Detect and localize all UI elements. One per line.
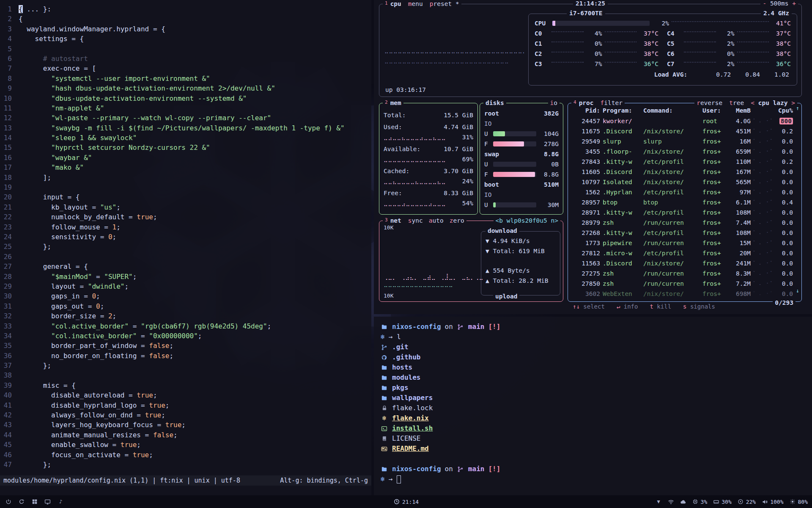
io-tab-label[interactable]: io — [550, 99, 557, 107]
interface-name[interactable]: <b wlp0s20f0u5 n> — [496, 217, 558, 224]
scroll-up-icon[interactable]: ↑ — [796, 105, 799, 111]
ram-stat[interactable]: 30% — [713, 499, 731, 505]
cpu-stat[interactable]: 3% — [692, 499, 708, 505]
proc-column-header[interactable]: Program: — [603, 107, 643, 114]
process-row[interactable]: 11675.Discord/nix/store/fros+451M⠈⠀⠄⠀⠂⠁0… — [568, 126, 801, 136]
code-line[interactable]: 24 sensitivity = 0; — [0, 232, 371, 242]
code-line[interactable]: 19 — [0, 182, 371, 192]
code-line[interactable]: 20 input = { — [0, 192, 371, 202]
code-line[interactable]: 46 focus_on_activate = true; — [0, 450, 371, 460]
code-line[interactable]: 43 layers_hog_keyboard_focus = true; — [0, 420, 371, 430]
code-line[interactable]: 37 }; — [0, 361, 371, 370]
code-line[interactable]: 31 gaps_out = 0; — [0, 301, 371, 311]
process-row[interactable]: 3602WebExten/nix/store/fros+698M⠈⠀⠄⠀⠂⠁0.… — [568, 289, 801, 299]
process-row[interactable]: 27843.kitty-w/etc/profilfros+110M⠈⠀⠄⠀⠂⠁0… — [568, 157, 801, 167]
code-line[interactable]: 21 kb_layout = "us"; — [0, 202, 371, 212]
process-row[interactable]: 1562.Hyprlan/etc/profilfros+97M⠈⠀⠄⠀⠂⠁0.0 — [568, 187, 801, 197]
code-line[interactable]: 6 # autostart — [0, 54, 371, 64]
shell-command-line[interactable]: ❄→l — [381, 332, 812, 342]
code-line[interactable]: 27 general = { — [0, 262, 371, 271]
code-line[interactable]: 11 "nm-applet &" — [0, 103, 371, 113]
code-line[interactable]: 14 "sleep 1 && swaylock" — [0, 133, 371, 143]
code-line[interactable]: 17 "mako &" — [0, 163, 371, 172]
code-line[interactable]: 12 "wl-paste --primary --watch wl-copy -… — [0, 113, 371, 123]
code-line[interactable]: 33 "col.active_border" = "rgb(cba6f7) rg… — [0, 321, 371, 331]
terminal-window[interactable]: nixos-configonmain[!]❄→l.git.githubhosts… — [374, 317, 812, 495]
preset-button[interactable]: preset * — [430, 0, 459, 8]
editor-buffer[interactable]: 1{ ... }:2{3 wayland.windowManager.hyprl… — [0, 0, 371, 469]
code-line[interactable]: 8 "systemctl --user import-environment &… — [0, 74, 371, 83]
process-row[interactable]: 27812.micro-w/etc/profilfros+20M⠈⠀⠄⠀⠂⠁0.… — [568, 248, 801, 258]
code-line[interactable]: 39 misc = { — [0, 381, 371, 390]
sun-stat[interactable]: 80% — [790, 499, 808, 505]
wifi-icon[interactable] — [668, 499, 674, 505]
cloud-icon[interactable] — [680, 499, 686, 505]
code-line[interactable]: 42 always_follow_on_dnd = true; — [0, 410, 371, 420]
interval-increase-icon[interactable]: + — [792, 0, 796, 7]
auto-button[interactable]: auto — [429, 217, 444, 224]
code-line[interactable]: 13 "swaybg -m fill -i $(find ~/Pictures/… — [0, 123, 371, 133]
sync-button[interactable]: sync — [408, 217, 423, 224]
code-line[interactable]: 3 wayland.windowManager.hyprland = { — [0, 24, 371, 34]
process-row[interactable]: 11605.Discord/nix/store/fros+167M⠈⠀⠄⠀⠂⠁0… — [568, 167, 801, 177]
taskbar-clock-module[interactable]: 21:14 — [393, 499, 419, 505]
filter-button[interactable]: filter — [601, 99, 623, 107]
code-line[interactable]: 9 "hash dbus-update-activation-environme… — [0, 83, 371, 93]
proc-key-signals[interactable]: s signals — [683, 303, 715, 310]
restart-icon[interactable] — [18, 499, 25, 505]
process-row[interactable]: 28957btopbtopfros+6.1M⠈⠀⠄⠀⠂⠁0.4 — [568, 197, 801, 207]
interval-decrease-icon[interactable]: - — [763, 0, 766, 7]
update-interval-control[interactable]: - 500ms + — [760, 0, 798, 7]
reverse-button[interactable]: reverse — [697, 99, 722, 107]
process-row[interactable]: 10797Isolated/nix/store/fros+565M⠈⠀⠄⠀⠂⠁0… — [568, 177, 801, 187]
process-row[interactable]: 29549slurpslurpfros+16M⠈⠀⠄⠀⠂⠁0.0 — [568, 136, 801, 146]
proc-key-kill[interactable]: t kill — [650, 303, 671, 310]
code-line[interactable]: 45 enable_swallow = true; — [0, 440, 371, 450]
code-line[interactable]: 4 settings = { — [0, 34, 371, 44]
display-icon[interactable] — [44, 499, 51, 505]
proc-column-header[interactable]: MemB — [727, 107, 751, 114]
process-row[interactable]: 28979zsh/run/currenfros+7.4M⠈⠀⠄⠀⠂⠁0.0 — [568, 218, 801, 228]
code-line[interactable]: 40 disable_autoreload = true; — [0, 390, 371, 400]
code-line[interactable]: 16 "waybar &" — [0, 153, 371, 163]
proc-column-header[interactable]: Cpu% — [774, 107, 793, 114]
code-line[interactable]: 34 "col.inactive_border" = "0x00000000"; — [0, 331, 371, 341]
code-line[interactable]: 41 disable_hyprland_logo = true; — [0, 400, 371, 410]
zero-button[interactable]: zero — [450, 217, 464, 224]
code-line[interactable]: 7 exec-once = [ — [0, 64, 371, 73]
disks-io-tab[interactable]: io — [548, 99, 560, 107]
process-row[interactable]: 27850zsh/run/currenfros+7.2M⠈⠀⠄⠀⠂⠁0.0 — [568, 279, 801, 289]
code-line[interactable]: 10 "dbus-update-activation-environment -… — [0, 94, 371, 103]
proc-key-select[interactable]: ↑↓ select — [573, 303, 605, 310]
process-row[interactable]: 11563.Discord/nix/store/fros+241M⠈⠀⠄⠀⠂⠁0… — [568, 258, 801, 268]
code-line[interactable]: 5 — [0, 44, 371, 54]
menu-button[interactable]: menu — [408, 0, 423, 8]
code-line[interactable]: 26 — [0, 252, 371, 262]
code-line[interactable]: 15 "hyprctl setcursor Nordzy-cursors 22 … — [0, 143, 371, 152]
sort-selector[interactable]: < cpu lazy > — [751, 99, 795, 107]
proc-column-header[interactable]: Pid: — [572, 107, 603, 114]
sort-prev-icon[interactable]: < — [751, 99, 754, 106]
shell-command-line[interactable]: ❄→ — [381, 474, 812, 484]
code-line[interactable]: 22 numlock_by_default = true; — [0, 212, 371, 222]
code-line[interactable]: 2{ — [0, 14, 371, 24]
btop-window[interactable]: 1 cpu menu preset * 21:14:25 - 500ms + ⣀… — [374, 0, 812, 314]
proc-key-info[interactable]: ↵ info — [617, 303, 638, 310]
music-icon[interactable]: ♪ — [58, 499, 64, 505]
code-line[interactable]: 32 border_size = 2; — [0, 311, 371, 321]
proc-column-header[interactable]: User: — [702, 107, 727, 114]
code-line[interactable]: 47 }; — [0, 460, 371, 469]
code-line[interactable]: 38 — [0, 370, 371, 380]
code-line[interactable]: 44 animate_manual_resizes = false; — [0, 430, 371, 440]
disk-stat[interactable]: 22% — [738, 499, 756, 505]
code-line[interactable]: 29 layout = "dwindle"; — [0, 282, 371, 291]
proc-column-header[interactable]: Command: — [643, 107, 702, 114]
process-row[interactable]: 24457kworker/root4.0G⠈⠀⠄⠀⠂⠁800 — [568, 116, 801, 126]
scroll-down-icon[interactable]: ↓ — [796, 287, 799, 294]
process-row[interactable]: 28971.kitty-w/etc/profilfros+108M⠈⠀⠄⠀⠂⠁0… — [568, 207, 801, 218]
power-icon[interactable] — [5, 499, 11, 505]
code-line[interactable]: 25 }; — [0, 242, 371, 251]
process-row[interactable]: 3455.floorp-/nix/store/fros+659M⠈⠀⠄⠀⠂⠁0.… — [568, 146, 801, 157]
workspace-icon[interactable] — [31, 499, 38, 505]
process-row[interactable]: 1773pipewire/run/currenfros+15M⠈⠀⠄⠀⠂⠁0.0 — [568, 238, 801, 248]
